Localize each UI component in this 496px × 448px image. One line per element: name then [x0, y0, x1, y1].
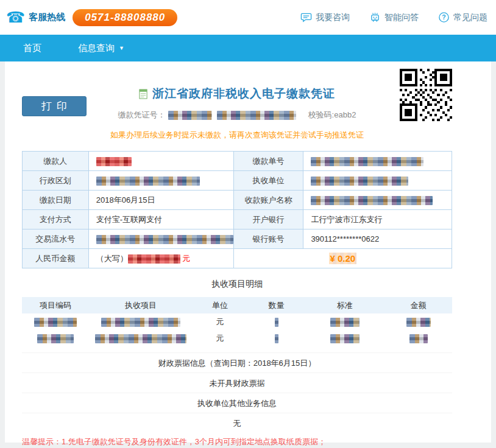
voucher-number-label: 缴款凭证号： — [118, 110, 166, 119]
detail-cell — [305, 313, 384, 330]
detail-cell: 元 — [193, 313, 247, 330]
redacted — [37, 334, 74, 343]
info-value: 支付宝-互联网支付 — [88, 210, 233, 229]
faq-link-label: 常见问题 — [453, 12, 487, 23]
info-value — [303, 152, 452, 171]
info-value: 2018年06月15日 — [88, 191, 233, 210]
redacted — [96, 235, 233, 244]
print-button[interactable]: 打印 — [22, 96, 87, 116]
svg-text:?: ? — [442, 14, 445, 21]
hotline: ☎ 客服热线 0571-88808880 — [6, 9, 177, 26]
detail-header: 标准 — [305, 297, 384, 313]
document-icon — [139, 89, 148, 99]
other-business-title: 执收单位其他业务信息 — [22, 393, 452, 413]
detail-cell — [384, 313, 452, 330]
consult-link-label: 我要咨询 — [316, 12, 350, 23]
detail-cell — [22, 330, 89, 346]
detail-table: 项目编码 执收项目 单位 数量 标准 金额 元 — [22, 297, 452, 346]
redacted — [330, 334, 360, 343]
table-row: 支付方式 支付宝-互联网支付 开户银行 工行宁波市江东支行 — [23, 210, 452, 229]
detail-section-title: 执收项目明细 — [22, 279, 452, 290]
table-row: 人民币金额 （大写） 元 ¥ 0.20 — [23, 249, 452, 268]
smart-qa-link-label: 智能问答 — [384, 12, 419, 23]
info-label: 缴款人 — [23, 152, 89, 171]
smart-qa-link[interactable]: 智能问答 — [369, 12, 419, 23]
info-label: 收款账户名称 — [233, 191, 303, 210]
warm-tip: 温馨提示：1.凭电子缴款凭证号及身份有效证件，3个月内可到指定地点换取纸质票据； — [22, 436, 452, 447]
table-header-row: 项目编码 执收项目 单位 数量 标准 金额 — [22, 297, 452, 313]
info-label: 缴款单号 — [233, 152, 303, 171]
redacted — [96, 177, 200, 186]
info-value — [88, 229, 233, 249]
consult-link[interactable]: 我要咨询 — [300, 12, 350, 23]
nav-item-home-label: 首页 — [23, 43, 41, 54]
top-links: 我要咨询 智能问答 ? 常见问题 — [281, 12, 487, 23]
redacted — [275, 318, 278, 327]
redacted — [409, 334, 428, 343]
detail-cell — [384, 330, 452, 346]
redacted — [311, 196, 433, 205]
checksum: 校验码:eabb2 — [308, 110, 356, 119]
robot-icon — [369, 12, 381, 23]
detail-cell — [247, 313, 305, 330]
info-label: 交易流水号 — [23, 229, 89, 249]
info-label: 人民币金额 — [23, 249, 89, 268]
redacted-voucher-number — [168, 111, 212, 120]
faq-link[interactable]: ? 常见问题 — [438, 12, 487, 23]
info-value — [88, 152, 233, 171]
info-label: 行政区划 — [23, 171, 89, 191]
fiscal-ticket-status: 未开具财政票据 — [22, 373, 452, 393]
top-bar: ☎ 客服热线 0571-88808880 我要咨询 智能问答 — [0, 0, 496, 35]
content-area: 打印 — [0, 61, 496, 448]
detail-header: 数量 — [247, 297, 305, 313]
info-label: 缴款日期 — [23, 191, 89, 210]
info-label: 支付方式 — [23, 210, 89, 229]
other-business-value: 无 — [22, 413, 452, 433]
detail-header: 执收项目 — [89, 297, 193, 313]
detail-cell — [89, 330, 193, 346]
nav-bar: 首页 信息查询 ▼ — [0, 35, 496, 61]
table-row: 缴款日期 2018年06月15日 收款账户名称 — [23, 191, 452, 210]
redacted — [311, 157, 423, 166]
nav-item-info-query-label: 信息查询 — [78, 43, 115, 54]
info-value: ¥ 0.20 — [233, 249, 452, 268]
redacted-voucher-number — [217, 111, 296, 120]
detail-cell — [305, 330, 384, 346]
detail-cell — [247, 330, 305, 346]
detail-cell — [22, 313, 89, 330]
question-icon: ? — [438, 12, 450, 23]
table-row: 行政区划 执收单位 — [23, 171, 452, 191]
redacted — [95, 334, 186, 343]
detail-cell: 元 — [193, 330, 247, 346]
info-value — [303, 171, 452, 191]
amount-words-suffix: 元 — [182, 254, 190, 263]
table-row: 缴款人 缴款单号 — [23, 152, 452, 171]
hotline-label: 客服热线 — [29, 12, 65, 23]
hotline-number-badge: 0571-88808880 — [73, 9, 177, 26]
chat-icon — [300, 12, 312, 23]
table-row: 元 — [22, 313, 452, 330]
payment-info-table: 缴款人 缴款单号 行政区划 执收单位 缴款日期 2018年06月15日 — [22, 151, 452, 268]
redacted — [406, 318, 431, 327]
amount-value: ¥ 0.20 — [329, 253, 357, 264]
nav-item-home[interactable]: 首页 — [23, 43, 41, 54]
info-value — [303, 191, 452, 210]
info-value — [88, 171, 233, 191]
detail-cell — [89, 313, 193, 330]
redacted — [34, 318, 77, 327]
redacted — [96, 157, 132, 166]
fiscal-info-title: 财政票据信息（查询日期：2018年6月15日） — [22, 352, 452, 373]
nav-item-info-query[interactable]: 信息查询 ▼ — [78, 43, 124, 54]
chevron-down-icon: ▼ — [119, 45, 124, 51]
qr-code — [400, 69, 452, 121]
page-title-text: 浙江省政府非税收入电子缴款凭证 — [152, 86, 335, 102]
amount-words-prefix: （大写） — [96, 254, 128, 263]
info-label: 开户银行 — [233, 210, 303, 229]
info-value: 390112********0622 — [303, 229, 452, 249]
table-row: 元 — [22, 330, 452, 346]
detail-header: 金额 — [384, 297, 452, 313]
detail-header: 单位 — [193, 297, 247, 313]
redacted — [128, 254, 180, 264]
redacted — [311, 177, 408, 186]
redacted — [330, 318, 360, 327]
